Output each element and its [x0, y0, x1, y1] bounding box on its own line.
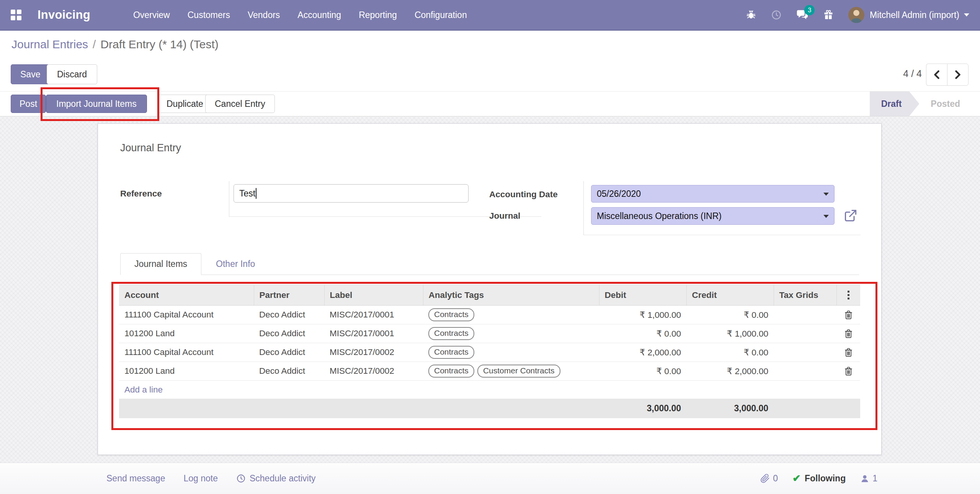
- cell-partner[interactable]: Deco Addict: [254, 362, 324, 381]
- breadcrumb: Journal Entries / Draft Entry (* 14) (Te…: [0, 31, 980, 58]
- column-header-debit: Debit: [599, 285, 686, 306]
- nav-menu-customers[interactable]: Customers: [188, 10, 230, 20]
- cell-account[interactable]: 111100 Capital Account: [119, 343, 254, 362]
- add-a-line-link[interactable]: Add a line: [119, 381, 860, 399]
- following-check-icon: ✔: [792, 473, 801, 484]
- chatter-status: 0 ✔ Following 1: [760, 463, 877, 494]
- table-row[interactable]: 111100 Capital Account Deco Addict MISC/…: [119, 306, 860, 324]
- pager-previous-button[interactable]: [926, 64, 947, 86]
- gift-icon[interactable]: [823, 10, 834, 20]
- tab-journal-items[interactable]: Journal Items: [120, 253, 201, 275]
- analytic-tag: Contracts: [428, 365, 474, 378]
- accounting-date-select[interactable]: 05/26/2020: [591, 185, 835, 203]
- cell-tax-grids[interactable]: [774, 362, 836, 381]
- nav-menu-accounting[interactable]: Accounting: [297, 10, 341, 20]
- cell-credit[interactable]: ₹ 1,000.00: [686, 324, 774, 343]
- discard-button[interactable]: Discard: [47, 64, 97, 84]
- debug-bug-icon[interactable]: [746, 10, 756, 20]
- cell-analytic-tags[interactable]: Contracts: [423, 324, 599, 343]
- following-button[interactable]: ✔ Following: [792, 473, 846, 484]
- nav-menu-configuration[interactable]: Configuration: [415, 10, 467, 20]
- cell-partner[interactable]: Deco Addict: [254, 324, 324, 343]
- attachments-count: 0: [773, 473, 778, 484]
- form-toolbar: Post Import Journal Items Duplicate Canc…: [0, 91, 980, 116]
- attachments-button[interactable]: 0: [760, 473, 778, 484]
- breadcrumb-separator: /: [93, 38, 96, 51]
- schedule-activity-link[interactable]: Schedule activity: [236, 473, 316, 484]
- log-note-link[interactable]: Log note: [183, 473, 218, 484]
- cell-label[interactable]: MISC/2017/0001: [324, 306, 423, 324]
- schedule-clock-icon: [236, 474, 246, 483]
- cell-tax-grids[interactable]: [774, 306, 836, 324]
- statusbar-stage-draft[interactable]: Draft: [870, 92, 920, 116]
- nav-menu-reporting[interactable]: Reporting: [359, 10, 397, 20]
- cell-analytic-tags[interactable]: Contracts: [423, 306, 599, 324]
- cell-partner[interactable]: Deco Addict: [254, 306, 324, 324]
- nav-menu-vendors[interactable]: Vendors: [248, 10, 280, 20]
- reference-input[interactable]: Test: [234, 184, 469, 203]
- apps-menu-icon[interactable]: [11, 10, 21, 20]
- breadcrumb-parent-link[interactable]: Journal Entries: [11, 38, 88, 51]
- journal-select[interactable]: Miscellaneous Operations (INR): [591, 207, 835, 225]
- cell-label[interactable]: MISC/2017/0001: [324, 324, 423, 343]
- cell-label[interactable]: MISC/2017/0002: [324, 362, 423, 381]
- cell-credit[interactable]: ₹ 0.00: [686, 306, 774, 324]
- journal-value: Miscellaneous Operations (INR): [597, 211, 722, 221]
- save-button[interactable]: Save: [11, 64, 50, 84]
- page: Invoicing Overview Customers Vendors Acc…: [0, 0, 980, 494]
- notebook-tabs: Journal Items Other Info: [120, 253, 859, 275]
- send-message-link[interactable]: Send message: [106, 473, 165, 484]
- table-header-row: Account Partner Label Analytic Tags Debi…: [119, 285, 860, 306]
- statusbar: Draft Posted: [870, 92, 972, 116]
- statusbar-stage-posted[interactable]: Posted: [919, 92, 972, 116]
- table-row[interactable]: 101200 Land Deco Addict MISC/2017/0002 C…: [119, 362, 860, 381]
- cancel-entry-button[interactable]: Cancel Entry: [205, 95, 275, 113]
- optional-columns-toggle-icon[interactable]: [842, 291, 855, 299]
- cell-debit[interactable]: ₹ 0.00: [599, 324, 686, 343]
- delete-row-trash-icon[interactable]: [842, 348, 855, 357]
- pager-next-button[interactable]: [947, 64, 969, 86]
- table-row[interactable]: 101200 Land Deco Addict MISC/2017/0001 C…: [119, 324, 860, 343]
- form-sheet: Journal Entry Reference Test Accounting …: [98, 123, 882, 455]
- cell-debit[interactable]: ₹ 0.00: [599, 362, 686, 381]
- total-credit: 3,000.00: [686, 399, 774, 418]
- external-link-icon[interactable]: [844, 209, 858, 224]
- cell-analytic-tags[interactable]: Contracts: [423, 343, 599, 362]
- cell-debit[interactable]: ₹ 1,000.00: [599, 306, 686, 324]
- optional-columns-header: [836, 285, 860, 306]
- app-name[interactable]: Invoicing: [38, 8, 90, 22]
- nav-menu-overview[interactable]: Overview: [133, 10, 170, 20]
- post-button[interactable]: Post: [11, 95, 46, 113]
- delete-row-trash-icon[interactable]: [842, 310, 855, 320]
- form-title: Journal Entry: [120, 142, 181, 154]
- tab-other-info[interactable]: Other Info: [201, 253, 270, 275]
- cell-account[interactable]: 101200 Land: [119, 324, 254, 343]
- cell-label[interactable]: MISC/2017/0002: [324, 343, 423, 362]
- activities-clock-icon[interactable]: [771, 10, 782, 20]
- user-menu[interactable]: Mitchell Admin (import): [848, 7, 969, 23]
- cell-partner[interactable]: Deco Addict: [254, 343, 324, 362]
- followers-button[interactable]: 1: [860, 473, 877, 484]
- pager-buttons: [926, 64, 969, 86]
- cell-analytic-tags[interactable]: ContractsCustomer Contracts: [423, 362, 599, 381]
- cell-tax-grids[interactable]: [774, 343, 836, 362]
- journal-items-table: Account Partner Label Analytic Tags Debi…: [119, 285, 860, 418]
- total-debit: 3,000.00: [599, 399, 686, 418]
- cell-tax-grids[interactable]: [774, 324, 836, 343]
- delete-row-trash-icon[interactable]: [842, 329, 855, 339]
- user-name: Mitchell Admin (import): [870, 10, 959, 20]
- cell-credit[interactable]: ₹ 2,000.00: [686, 362, 774, 381]
- import-journal-items-button[interactable]: Import Journal Items: [46, 95, 147, 113]
- delete-row-trash-icon[interactable]: [842, 366, 855, 376]
- messages-icon[interactable]: 3: [796, 10, 808, 20]
- table-row[interactable]: 111100 Capital Account Deco Addict MISC/…: [119, 343, 860, 362]
- dropdown-caret-icon: [823, 215, 829, 218]
- cell-debit[interactable]: ₹ 2,000.00: [599, 343, 686, 362]
- cell-credit[interactable]: ₹ 0.00: [686, 343, 774, 362]
- column-header-label: Label: [324, 285, 423, 306]
- duplicate-button[interactable]: Duplicate: [158, 95, 212, 113]
- cell-account[interactable]: 101200 Land: [119, 362, 254, 381]
- reference-label: Reference: [120, 189, 162, 199]
- cell-account[interactable]: 111100 Capital Account: [119, 306, 254, 324]
- chatter-actions: Send message Log note Schedule activity: [106, 463, 316, 494]
